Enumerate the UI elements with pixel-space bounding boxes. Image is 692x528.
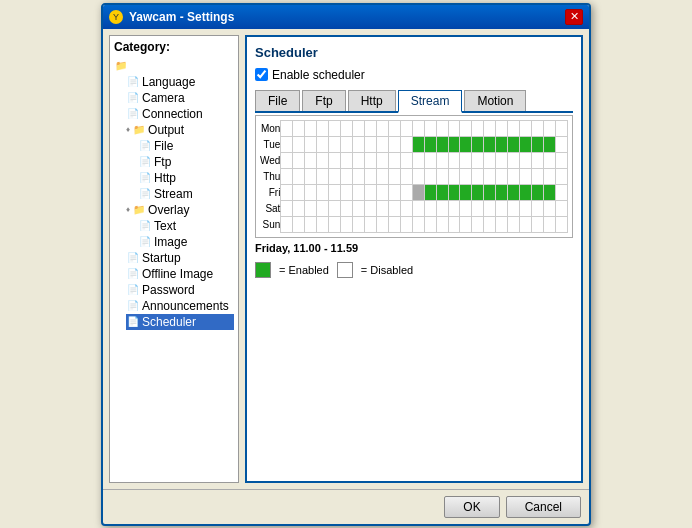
enable-scheduler-label[interactable]: Enable scheduler (272, 68, 365, 82)
grid-cell-mon-1[interactable] (293, 120, 305, 136)
grid-cell-mon-12[interactable] (424, 120, 436, 136)
grid-cell-sat-22[interactable] (544, 200, 556, 216)
grid-cell-wed-9[interactable] (388, 152, 400, 168)
grid-cell-fri-11[interactable] (412, 184, 424, 200)
grid-cell-sat-7[interactable] (364, 200, 376, 216)
grid-cell-thu-14[interactable] (448, 168, 460, 184)
grid-cell-sun-0[interactable] (281, 216, 293, 232)
grid-cell-fri-3[interactable] (317, 184, 329, 200)
tab-motion[interactable]: Motion (464, 90, 526, 111)
grid-cell-sun-4[interactable] (329, 216, 341, 232)
grid-cell-wed-2[interactable] (305, 152, 317, 168)
tab-http[interactable]: Http (348, 90, 396, 111)
grid-cell-wed-7[interactable] (364, 152, 376, 168)
grid-cell-tue-18[interactable] (496, 136, 508, 152)
grid-cell-mon-20[interactable] (520, 120, 532, 136)
grid-cell-sat-19[interactable] (508, 200, 520, 216)
grid-cell-fri-16[interactable] (472, 184, 484, 200)
grid-cell-sun-15[interactable] (460, 216, 472, 232)
grid-cell-fri-13[interactable] (436, 184, 448, 200)
grid-cell-fri-7[interactable] (364, 184, 376, 200)
grid-cell-sun-6[interactable] (353, 216, 365, 232)
grid-cell-mon-10[interactable] (400, 120, 412, 136)
grid-cell-wed-6[interactable] (353, 152, 365, 168)
grid-cell-sun-19[interactable] (508, 216, 520, 232)
grid-cell-fri-0[interactable] (281, 184, 293, 200)
sidebar-item-password[interactable]: 📄 Password (126, 282, 234, 298)
grid-cell-mon-11[interactable] (412, 120, 424, 136)
grid-cell-tue-2[interactable] (305, 136, 317, 152)
grid-cell-tue-12[interactable] (424, 136, 436, 152)
grid-cell-sun-8[interactable] (376, 216, 388, 232)
grid-cell-sun-10[interactable] (400, 216, 412, 232)
grid-cell-sat-8[interactable] (376, 200, 388, 216)
grid-cell-fri-8[interactable] (376, 184, 388, 200)
grid-cell-mon-15[interactable] (460, 120, 472, 136)
grid-cell-wed-16[interactable] (472, 152, 484, 168)
grid-cell-tue-15[interactable] (460, 136, 472, 152)
grid-cell-fri-20[interactable] (520, 184, 532, 200)
sidebar-item-file[interactable]: 📄 File (138, 138, 234, 154)
grid-cell-mon-9[interactable] (388, 120, 400, 136)
grid-cell-sat-11[interactable] (412, 200, 424, 216)
grid-cell-wed-0[interactable] (281, 152, 293, 168)
sidebar-item-scheduler[interactable]: 📄 Scheduler (126, 314, 234, 330)
grid-cell-tue-20[interactable] (520, 136, 532, 152)
grid-cell-sun-7[interactable] (364, 216, 376, 232)
grid-cell-sat-10[interactable] (400, 200, 412, 216)
grid-cell-sat-6[interactable] (353, 200, 365, 216)
grid-cell-tue-11[interactable] (412, 136, 424, 152)
grid-cell-fri-22[interactable] (544, 184, 556, 200)
grid-cell-sat-18[interactable] (496, 200, 508, 216)
grid-cell-fri-6[interactable] (353, 184, 365, 200)
grid-cell-thu-3[interactable] (317, 168, 329, 184)
sidebar-item-image[interactable]: 📄 Image (138, 234, 234, 250)
grid-cell-wed-12[interactable] (424, 152, 436, 168)
grid-cell-sun-14[interactable] (448, 216, 460, 232)
sidebar-item-stream[interactable]: 📄 Stream (138, 186, 234, 202)
grid-cell-tue-0[interactable] (281, 136, 293, 152)
grid-cell-sat-16[interactable] (472, 200, 484, 216)
grid-cell-sat-14[interactable] (448, 200, 460, 216)
grid-cell-thu-21[interactable] (532, 168, 544, 184)
tab-ftp[interactable]: Ftp (302, 90, 345, 111)
grid-cell-wed-15[interactable] (460, 152, 472, 168)
sidebar-item-camera[interactable]: 📄 Camera (126, 90, 234, 106)
grid-cell-tue-14[interactable] (448, 136, 460, 152)
sidebar-item-overlay[interactable]: ♦ 📁 Overlay (126, 202, 234, 218)
grid-cell-sat-2[interactable] (305, 200, 317, 216)
grid-cell-wed-11[interactable] (412, 152, 424, 168)
grid-cell-mon-22[interactable] (544, 120, 556, 136)
grid-cell-wed-3[interactable] (317, 152, 329, 168)
grid-cell-sun-17[interactable] (484, 216, 496, 232)
grid-cell-sun-22[interactable] (544, 216, 556, 232)
grid-cell-sat-9[interactable] (388, 200, 400, 216)
grid-cell-thu-16[interactable] (472, 168, 484, 184)
grid-cell-mon-13[interactable] (436, 120, 448, 136)
grid-cell-tue-5[interactable] (341, 136, 353, 152)
grid-cell-fri-1[interactable] (293, 184, 305, 200)
grid-cell-sun-3[interactable] (317, 216, 329, 232)
grid-cell-tue-17[interactable] (484, 136, 496, 152)
sidebar-item-announcements[interactable]: 📄 Announcements (126, 298, 234, 314)
grid-cell-wed-5[interactable] (341, 152, 353, 168)
tab-file[interactable]: File (255, 90, 300, 111)
grid-cell-wed-21[interactable] (532, 152, 544, 168)
grid-cell-thu-15[interactable] (460, 168, 472, 184)
grid-cell-sun-13[interactable] (436, 216, 448, 232)
grid-cell-wed-13[interactable] (436, 152, 448, 168)
sidebar-item-language[interactable]: 📄 Language (126, 74, 234, 90)
sidebar-item-connection[interactable]: 📄 Connection (126, 106, 234, 122)
grid-cell-thu-20[interactable] (520, 168, 532, 184)
grid-cell-fri-18[interactable] (496, 184, 508, 200)
grid-cell-thu-10[interactable] (400, 168, 412, 184)
ok-button[interactable]: OK (444, 496, 499, 518)
grid-cell-mon-7[interactable] (364, 120, 376, 136)
grid-cell-fri-21[interactable] (532, 184, 544, 200)
grid-cell-fri-4[interactable] (329, 184, 341, 200)
grid-cell-wed-1[interactable] (293, 152, 305, 168)
grid-cell-tue-3[interactable] (317, 136, 329, 152)
grid-cell-mon-4[interactable] (329, 120, 341, 136)
enable-scheduler-checkbox[interactable] (255, 68, 268, 81)
grid-cell-sun-23[interactable] (555, 216, 567, 232)
